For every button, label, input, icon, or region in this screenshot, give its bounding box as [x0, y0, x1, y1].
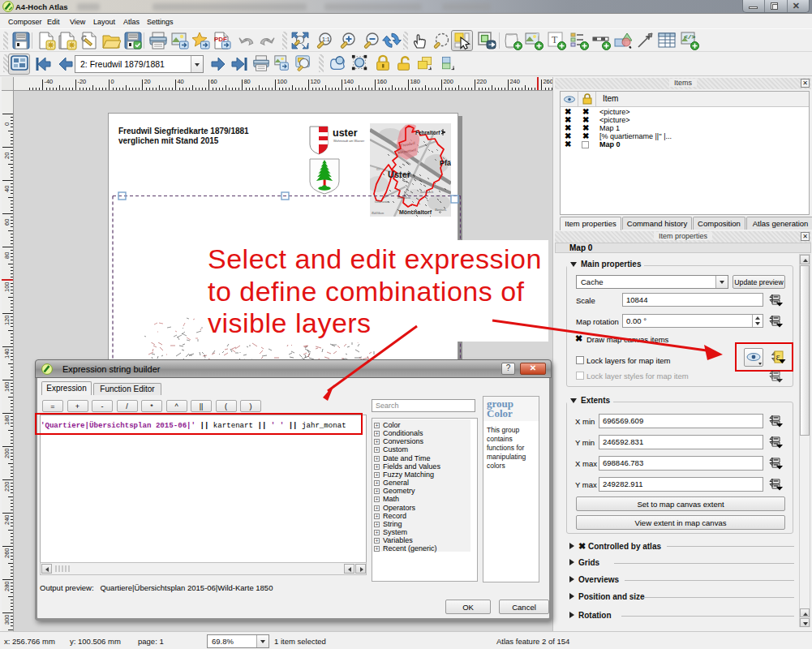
svg-text:T: T — [552, 34, 558, 45]
svg-text:</>: </> — [684, 33, 696, 41]
svg-text:1:1: 1:1 — [322, 37, 330, 42]
